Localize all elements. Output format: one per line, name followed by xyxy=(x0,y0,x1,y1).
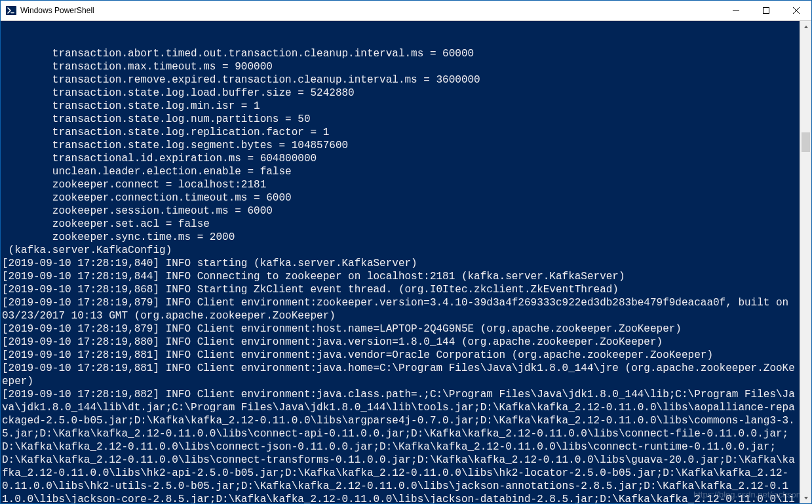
titlebar[interactable]: Windows PowerShell xyxy=(1,1,811,21)
scroll-down-button[interactable] xyxy=(800,492,811,503)
vertical-scrollbar[interactable] xyxy=(800,21,811,503)
scroll-up-button[interactable] xyxy=(800,21,811,32)
powershell-window: Windows PowerShell transaction.abort.tim… xyxy=(0,0,812,504)
window-title: Windows PowerShell xyxy=(20,6,94,15)
powershell-icon xyxy=(6,5,16,16)
scroll-thumb[interactable] xyxy=(802,132,810,152)
minimize-button[interactable] xyxy=(721,1,751,20)
svg-rect-0 xyxy=(6,6,16,15)
maximize-button[interactable] xyxy=(751,1,781,20)
console-output[interactable]: transaction.abort.timed.out.transaction.… xyxy=(1,21,800,503)
close-button[interactable] xyxy=(781,1,811,20)
client-area: transaction.abort.timed.out.transaction.… xyxy=(1,21,811,503)
console-text: transaction.abort.timed.out.transaction.… xyxy=(2,47,798,503)
svg-rect-3 xyxy=(764,8,769,14)
